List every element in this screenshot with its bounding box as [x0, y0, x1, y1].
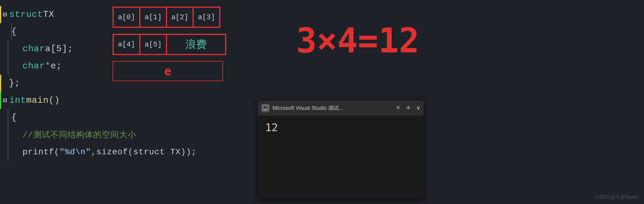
debug-close-button[interactable]: × [396, 104, 400, 112]
array-cell-a4: a[4] [113, 34, 140, 54]
array-row-2: a[4] a[5] 浪费 [113, 34, 226, 55]
debug-add-button[interactable]: + [406, 104, 411, 113]
code-line-brace-open2: { [0, 109, 243, 126]
code-line-main: ⊟ int main() [0, 92, 243, 109]
code-printf-func: printf( [8, 147, 60, 157]
debug-window-icon: cmd [261, 104, 270, 112]
code-brace-open2: { [8, 113, 17, 123]
code-charp-keyword: char* [8, 61, 51, 71]
formula-label: 3×4=12 [296, 21, 419, 60]
debug-output-value: 12 [265, 121, 278, 134]
array-cell-a0: a[0] [113, 7, 140, 27]
code-editor: ⊟ struct TX { char a[5]; char* e; }; ⊟ i… [0, 0, 243, 204]
code-printf-args: ,sizeof(struct TX)); [91, 147, 196, 157]
array-row-3: e [113, 61, 223, 81]
array-cell-a3: a[3] [193, 7, 220, 27]
code-brace-open: { [8, 27, 17, 37]
code-line-printf: printf( "%d\n" ,sizeof(struct TX)); [0, 143, 243, 160]
code-char-keyword: char [8, 44, 45, 54]
debug-controls: × + ∨ [396, 104, 420, 113]
svg-text:cmd: cmd [264, 107, 267, 109]
pointer-e-label: e [164, 64, 171, 78]
debug-window-title: Microsoft Visual Studio 调试... [273, 105, 396, 112]
array-cell-waste: 浪费 [166, 34, 226, 54]
collapse-icon-main[interactable]: ⊟ [3, 97, 7, 105]
array-cell-a1: a[1] [140, 7, 166, 27]
debug-chevron-button[interactable]: ∨ [416, 104, 420, 112]
debug-content: 12 [258, 115, 424, 139]
code-char-a-var: a[5]; [45, 44, 73, 54]
code-char-e-var: e; [51, 61, 62, 71]
collapse-icon-struct[interactable]: ⊟ [3, 11, 7, 19]
array-cell-a5: a[5] [140, 34, 166, 54]
code-brace-close: }; [3, 78, 20, 88]
code-printf-format: "%d\n" [60, 147, 91, 157]
debug-window: cmd Microsoft Visual Studio 调试... × + ∨ … [258, 101, 424, 198]
watermark: CSDN @天喜Studio [596, 194, 638, 200]
code-struct-name: TX [43, 9, 54, 20]
debug-titlebar: cmd Microsoft Visual Studio 调试... × + ∨ [258, 101, 424, 115]
code-int-keyword: int [9, 95, 26, 105]
code-struct-keyword: struct [9, 9, 43, 20]
code-main-func: main() [26, 95, 60, 105]
array-row-1: a[0] a[1] a[2] a[3] [113, 7, 220, 28]
code-comment: //测试不同结构体的空间大小 [8, 129, 136, 140]
code-line-comment: //测试不同结构体的空间大小 [0, 126, 243, 143]
array-cell-a2: a[2] [166, 7, 193, 27]
svg-rect-1 [264, 110, 267, 110]
